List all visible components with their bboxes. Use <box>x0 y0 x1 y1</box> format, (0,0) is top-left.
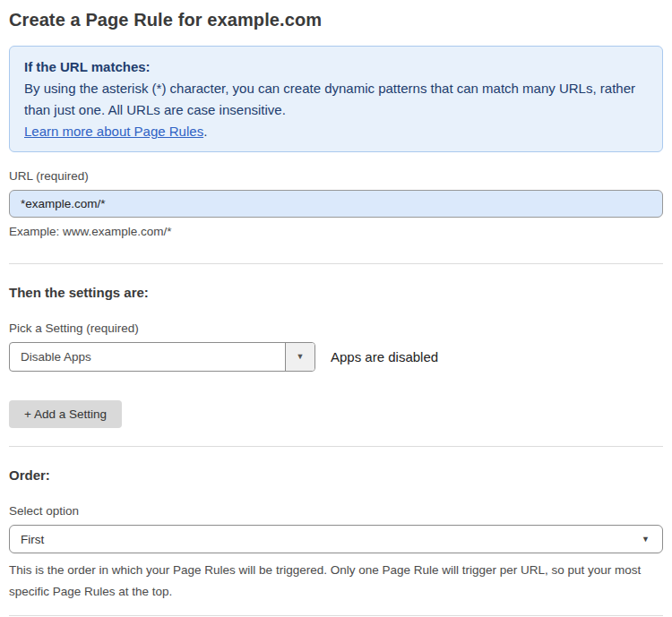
select-option-label: Select option <box>9 504 663 518</box>
setting-status-text: Apps are disabled <box>331 349 438 364</box>
order-select-value: First <box>21 533 44 546</box>
divider <box>9 263 663 264</box>
url-example-helper: Example: www.example.com/* <box>9 225 663 238</box>
setting-row: Disable Apps ▼ Apps are disabled <box>9 342 663 372</box>
order-select[interactable]: First ▼ <box>9 525 663 553</box>
url-label: URL (required) <box>9 169 663 183</box>
url-match-info-box: If the URL matches: By using the asteris… <box>9 46 663 152</box>
order-section-heading: Order: <box>9 467 663 483</box>
divider <box>9 615 663 616</box>
url-input[interactable] <box>9 190 663 218</box>
settings-section-heading: Then the settings are: <box>9 285 663 300</box>
chevron-down-icon: ▼ <box>297 353 305 361</box>
caret-down-icon: ▼ <box>642 536 650 544</box>
link-period: . <box>203 124 207 139</box>
setting-dropdown-value: Disable Apps <box>10 350 91 364</box>
page-title: Create a Page Rule for example.com <box>9 10 663 30</box>
pick-setting-label: Pick a Setting (required) <box>9 321 663 335</box>
info-box-link-line: Learn more about Page Rules. <box>24 121 648 142</box>
divider <box>9 446 663 447</box>
setting-dropdown-arrow-button[interactable]: ▼ <box>285 343 314 371</box>
info-box-body: By using the asterisk (*) character, you… <box>24 78 648 121</box>
order-helper-text: This is the order in which your Page Rul… <box>9 560 663 603</box>
create-page-rule-form: Create a Page Rule for example.com If th… <box>0 0 672 617</box>
setting-dropdown[interactable]: Disable Apps ▼ <box>9 342 315 372</box>
learn-more-link[interactable]: Learn more about Page Rules <box>24 124 203 139</box>
add-setting-button[interactable]: + Add a Setting <box>9 400 122 428</box>
info-box-heading: If the URL matches: <box>24 56 648 78</box>
